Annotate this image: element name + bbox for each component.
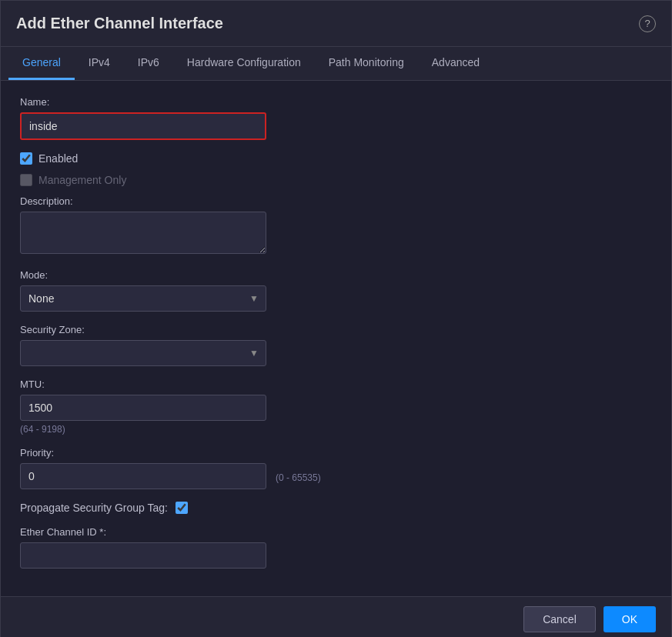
mtu-group: MTU: (64 - 9198) — [20, 379, 652, 435]
help-icon[interactable]: ? — [639, 15, 656, 32]
tab-general[interactable]: General — [8, 47, 75, 80]
propagate-checkbox[interactable] — [176, 502, 188, 514]
mtu-label: MTU: — [20, 379, 652, 390]
name-group: Name: — [20, 96, 652, 140]
dialog-header: Add Ether Channel Interface ? — [1, 1, 671, 47]
add-ether-channel-dialog: Add Ether Channel Interface ? General IP… — [0, 0, 672, 637]
description-input[interactable] — [20, 212, 266, 254]
tabs-bar: General IPv4 IPv6 Hardware Configuration… — [1, 47, 671, 81]
dialog-footer: Cancel OK — [1, 596, 671, 637]
ok-button[interactable]: OK — [603, 606, 656, 632]
description-label: Description: — [20, 195, 652, 207]
mode-group: Mode: None Passive Active ▼ — [20, 269, 652, 312]
cancel-button[interactable]: Cancel — [523, 606, 596, 632]
tab-advanced[interactable]: Advanced — [418, 47, 493, 80]
enabled-label[interactable]: Enabled — [38, 152, 78, 165]
management-only-label: Management Only — [38, 174, 126, 186]
tab-hardware-configuration[interactable]: Hardware Configuration — [173, 47, 315, 80]
dialog-title: Add Ether Channel Interface — [16, 15, 223, 32]
priority-input[interactable] — [20, 463, 266, 489]
management-only-row: Management Only — [20, 174, 652, 186]
mode-select-wrapper: None Passive Active ▼ — [20, 285, 266, 312]
security-zone-group: Security Zone: ▼ — [20, 324, 652, 366]
security-zone-select-wrapper: ▼ — [20, 340, 266, 366]
name-input[interactable] — [20, 112, 266, 140]
priority-group: Priority: (0 - 65535) — [20, 447, 652, 489]
tab-path-monitoring[interactable]: Path Monitoring — [315, 47, 418, 80]
mtu-input[interactable] — [20, 395, 266, 421]
mode-select[interactable]: None Passive Active — [20, 285, 266, 312]
form-content: Name: Enabled Management Only Descriptio… — [1, 81, 671, 596]
name-label: Name: — [20, 96, 652, 108]
mode-label: Mode: — [20, 269, 652, 281]
propagate-label: Propagate Security Group Tag: — [20, 502, 168, 514]
enabled-row: Enabled — [20, 152, 652, 165]
management-only-checkbox[interactable] — [20, 174, 32, 186]
enabled-checkbox[interactable] — [20, 152, 32, 165]
tab-ipv4[interactable]: IPv4 — [75, 47, 124, 80]
tab-ipv6[interactable]: IPv6 — [124, 47, 173, 80]
ether-channel-id-group: Ether Channel ID *: — [20, 526, 652, 569]
priority-hint: (0 - 65535) — [276, 472, 321, 483]
ether-channel-id-input[interactable] — [20, 542, 266, 569]
ether-channel-id-label: Ether Channel ID *: — [20, 526, 652, 538]
mtu-hint: (64 - 9198) — [20, 424, 652, 435]
priority-label: Priority: — [20, 447, 652, 459]
propagate-row: Propagate Security Group Tag: — [20, 502, 652, 514]
priority-row: (0 - 65535) — [20, 463, 652, 489]
security-zone-select[interactable] — [20, 340, 266, 366]
description-group: Description: — [20, 195, 652, 257]
security-zone-label: Security Zone: — [20, 324, 652, 335]
